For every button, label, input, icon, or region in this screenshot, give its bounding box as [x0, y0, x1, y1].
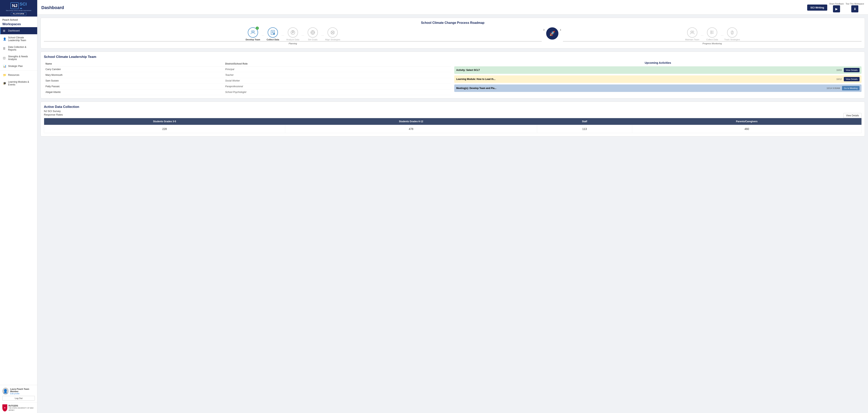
roadmap-card: School Climate Change Process Roadmap: [40, 18, 865, 49]
user-area: 👤 Laura Peach Team Member Edit profile: [2, 388, 35, 395]
member-name: Sam Sussex: [44, 78, 224, 84]
logout-button[interactable]: Log Out: [2, 396, 35, 401]
team-table: Name District/School Role Carry CamdenPr…: [44, 61, 451, 95]
svg-line-37: [732, 31, 733, 32]
member-name: Mary Monmouth: [44, 72, 224, 78]
dots-5: ···: [701, 34, 704, 41]
activity-name: Meeting(s): Develop Team and Pla...: [456, 87, 825, 90]
step-align-strategies: Align Strategies: [325, 27, 341, 41]
table-row: Sam SussexSocial Worker: [44, 78, 451, 84]
activity-item: Learning Module: How to Lead th... 10/12…: [454, 76, 862, 83]
activity-item: Activity: Select SCLT 10/03 View Details: [454, 66, 862, 74]
sidebar-footer: 👤 Laura Peach Team Member Edit profile L…: [0, 385, 37, 403]
response-table-cell: 460: [632, 125, 862, 133]
current-step-icon: 🚀: [546, 27, 558, 39]
svg-point-23: [691, 31, 692, 32]
sidebar-item-label-strengths: Strengths & Needs Analysis: [8, 55, 35, 61]
sidebar-item-sclt[interactable]: 👤 School Climate Leadership Team: [0, 34, 37, 44]
upcoming-title: Upcoming Activities: [454, 61, 862, 64]
progress-monitoring-label: Progress Monitoring: [703, 42, 722, 45]
svg-line-33: [731, 33, 732, 34]
sidebar-item-dashboard[interactable]: ⊞ Dashboard: [0, 27, 37, 34]
planning-label: Planning: [288, 42, 297, 45]
track-strategies-label: Track Strategies: [724, 38, 740, 41]
response-table-cell: 113: [537, 125, 632, 133]
activity-action-button[interactable]: Go to Meeting: [842, 86, 860, 90]
collect-data-2-label: Collect Data: [706, 38, 718, 41]
response-rates-table: Students Grades 3-5Students Grades 6-12S…: [44, 118, 862, 133]
main-header: Dashboard SCI Writing Share Feedback ▶ T…: [37, 0, 868, 14]
user-name: Laura Peach Team Member: [10, 388, 35, 392]
dots-6: ···: [721, 34, 723, 41]
step-collect-data: + Collect Data: [265, 27, 281, 41]
activity-item: Meeting(s): Develop Team and Pla... 10/1…: [454, 84, 862, 92]
rutgers-logo: R RUTGERS THE STATE UNIVERSITY OF NEW JE…: [0, 403, 37, 413]
main-content: Dashboard SCI Writing Share Feedback ▶ T…: [37, 0, 868, 413]
survey-name: NJ SCI Survey: [44, 110, 862, 113]
sidebar-item-strengths[interactable]: ◫ Strengths & Needs Analysis: [0, 53, 37, 63]
tour-workspace-button[interactable]: ⬇: [851, 5, 858, 12]
footer-divider: [0, 384, 37, 385]
svg-point-16: [312, 32, 313, 33]
sidebar-item-data-collection[interactable]: ☰ Data Collection & Reports: [0, 44, 37, 53]
platform-label: PLATFORM: [11, 12, 26, 16]
response-table-header: Parents/Caregivers: [632, 118, 862, 125]
share-feedback-button[interactable]: ▶: [833, 5, 840, 12]
step-maintain-team: Maintain Team: [684, 27, 700, 41]
sidebar: NJ SCI ☁ New Jersey School Climate Impro…: [0, 0, 37, 413]
step-collect-data-2: Collect Data: [704, 27, 720, 41]
set-goals-label: Set Goals: [308, 38, 317, 41]
cloud-icon: ☁: [20, 6, 22, 9]
analyze-data-label: Analyze Data: [286, 38, 299, 41]
step-analyze-data: Analyze Data: [285, 27, 301, 41]
member-role: Paraprofessional: [224, 84, 451, 89]
activity-date: 10/12: [836, 78, 842, 80]
share-feedback-group: Share Feedback ▶: [829, 3, 844, 12]
svg-line-11: [293, 32, 294, 33]
sci-writing-button[interactable]: SCI Writing: [807, 4, 827, 11]
response-table-cell: 478: [285, 125, 537, 133]
sidebar-item-strategic-plan[interactable]: 📊 Strategic Plan: [0, 63, 37, 70]
activity-action-button[interactable]: View Details: [844, 77, 860, 81]
svg-rect-25: [711, 31, 712, 31]
graduation-icon: 🎓: [3, 82, 6, 85]
svg-line-34: [733, 33, 733, 34]
rutgers-text: RUTGERS THE STATE UNIVERSITY OF NEW JERS…: [8, 405, 35, 411]
dots-3: ···: [302, 34, 304, 41]
activity-action-button[interactable]: View Details: [844, 68, 860, 72]
share-feedback-label: Share Feedback: [829, 3, 844, 5]
upcoming-activities-panel: Upcoming Activities Activity: Select SCL…: [454, 61, 862, 95]
align-strategies-label: Align Strategies: [325, 38, 340, 41]
step-track-strategies: Track Strategies: [724, 27, 740, 41]
collect-data-label: Collect Data: [267, 38, 279, 41]
response-table-cell: 228: [44, 125, 285, 133]
member-role: Teacher: [224, 72, 451, 78]
edit-profile-link[interactable]: Edit profile: [10, 392, 35, 395]
sidebar-item-label-learning: Learning Modules & Events: [8, 81, 35, 86]
table-row: Mary MonmouthTeacher: [44, 72, 451, 78]
svg-rect-26: [711, 32, 712, 33]
dashboard-icon: ⊞: [3, 29, 6, 32]
svg-point-8: [291, 31, 295, 34]
team-table-area: Name District/School Role Carry CamdenPr…: [44, 61, 451, 95]
table-row: Patty PassaicParaprofessional: [44, 84, 451, 89]
view-details-button[interactable]: View Details: [843, 113, 862, 118]
response-table-header: Staff: [537, 118, 632, 125]
leadership-team-card: School Climate Leadership Team Name Dist…: [40, 52, 865, 98]
member-role: School Psychologist: [224, 89, 451, 95]
sidebar-item-learning[interactable]: 🎓 Learning Modules & Events: [0, 79, 37, 88]
logo-area: NJ SCI ☁ New Jersey School Climate Impro…: [0, 0, 37, 17]
activity-name: Learning Module: How to Lead th...: [456, 78, 834, 81]
sidebar-item-resources[interactable]: 📁 Resources: [0, 71, 37, 79]
collect-data-icon: +: [268, 27, 278, 38]
svg-point-22: [332, 32, 333, 33]
activity-date: 10/03: [836, 69, 842, 71]
track-strategies-icon: [727, 27, 737, 38]
sidebar-nav: ⊞ Dashboard 👤 School Climate Leadership …: [0, 27, 37, 384]
develop-team-check: ✓: [256, 27, 259, 30]
dots-4: ···: [321, 34, 324, 41]
svg-point-1: [253, 31, 254, 32]
step-develop-team: ✓ Develop Team: [245, 27, 261, 41]
table-row: Abigail AtlanticSchool Psychologist: [44, 89, 451, 95]
activity-name: Activity: Select SCLT: [456, 69, 834, 71]
